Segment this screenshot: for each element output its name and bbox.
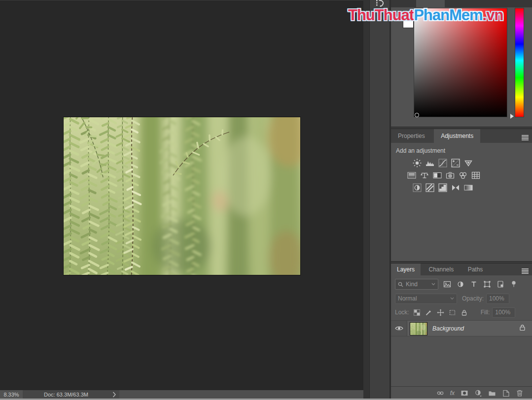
adjustments-panel: Properties Adjustments Add an adjustment [391,129,532,261]
filter-kind-label: Kind [406,281,431,288]
fill-value: 100% [495,309,510,316]
picker-cursor[interactable] [415,113,419,117]
doc-size-info[interactable]: Doc: 63.3M/63.3M [23,390,109,399]
layer-visibility-toggle[interactable] [391,321,407,336]
black-and-white-icon[interactable] [433,171,442,180]
layers-panel: Layers Channels Paths Kind [391,264,532,400]
foreground-color-swatch[interactable] [403,18,413,28]
layer-thumbnail[interactable] [410,323,427,335]
hue-slider[interactable] [515,8,524,117]
chevron-right-icon [112,392,116,398]
adjustment-icons-row-1 [413,159,532,167]
history-icon[interactable] [374,0,386,11]
add-layer-mask-icon[interactable] [461,389,468,397]
tab-paths[interactable]: Paths [462,264,489,275]
opacity-label: Opacity: [462,295,484,302]
collapsed-panel-dock[interactable] [369,0,390,400]
hue-slider-arrow[interactable] [510,114,514,119]
layer-name[interactable]: Background [432,325,519,332]
lock-artboard-icon[interactable] [449,309,456,316]
color-panel-header [391,0,532,7]
lock-image-pixels-icon[interactable] [425,309,432,316]
hue-saturation-icon[interactable] [407,171,416,180]
vibrance-icon[interactable] [464,159,473,167]
exposure-icon[interactable] [451,159,460,167]
layers-footer: fx [391,386,532,399]
pixel-layer-filter-icon[interactable] [443,280,451,288]
blend-mode-value: Normal [398,295,450,302]
shape-layer-filter-icon[interactable] [483,280,491,288]
right-panel-dock: Properties Adjustments Add an adjustment [390,0,532,400]
adjustment-icons-row-2 [407,171,532,180]
filter-toggle-icon[interactable] [510,280,518,288]
fill-label: Fill: [481,309,490,316]
new-layer-icon[interactable] [502,389,510,397]
link-layers-icon[interactable] [436,389,444,397]
saturation-brightness-picker[interactable] [414,8,507,117]
fill-field[interactable]: 100% [492,307,515,318]
zoom-level-field[interactable]: 8.33% [0,390,23,399]
brightness-contrast-icon[interactable] [413,159,422,167]
lock-label: Lock: [395,309,409,316]
new-group-icon[interactable] [488,389,496,397]
color-balance-icon[interactable] [420,171,429,180]
lock-icons [413,309,468,316]
document-image[interactable] [64,117,300,275]
layers-tabbar: Layers Channels Paths [391,264,532,275]
adjustments-tabbar: Properties Adjustments [391,129,532,143]
layer-row-background[interactable]: Background [391,320,532,336]
add-adjustment-heading: Add an adjustment [396,147,532,154]
photoshop-window: 8.33% Doc: 63.3M/63.3M [0,0,532,400]
adjustment-layer-filter-icon[interactable] [457,280,464,288]
panel-dock-strip [363,0,390,400]
chevron-down-icon [450,297,454,300]
panel-menu-icon[interactable] [522,267,529,276]
search-icon [398,282,403,287]
curves-icon[interactable] [438,159,447,167]
opacity-field[interactable]: 100% [486,294,509,304]
status-bar-spacer [119,390,363,399]
invert-icon[interactable] [413,183,422,192]
opacity-value: 100% [489,295,504,302]
adjustment-icons-row-3 [413,183,532,192]
photo-filter-icon[interactable] [446,171,455,180]
gradient-map-icon[interactable] [464,183,473,192]
layer-filter-row: Kind [395,278,529,290]
lock-position-icon[interactable] [437,309,444,316]
tab-adjustments[interactable]: Adjustments [434,129,480,143]
levels-icon[interactable] [426,159,434,167]
color-panel-tab[interactable] [416,0,445,7]
tab-layers[interactable]: Layers [391,264,421,275]
blend-mode-row: Normal Opacity: 100% [395,293,529,304]
status-bar: 8.33% Doc: 63.3M/63.3M [0,390,363,399]
posterize-icon[interactable] [426,183,434,192]
layer-locked-icon[interactable] [519,324,526,333]
channel-mixer-icon[interactable] [459,171,467,180]
status-options-chevron[interactable] [109,390,119,399]
fern-photo [64,117,300,275]
selective-color-icon[interactable] [451,183,460,192]
blend-mode-dropdown[interactable]: Normal [395,294,457,304]
layer-filter-icons [443,280,518,288]
canvas-area[interactable] [0,0,363,390]
panel-menu-icon[interactable] [522,133,529,142]
tab-channels[interactable]: Channels [423,264,460,275]
delete-layer-icon[interactable] [516,389,524,397]
filter-kind-dropdown[interactable]: Kind [395,279,438,290]
chevron-down-icon [431,283,435,286]
color-lookup-icon[interactable] [471,171,480,180]
new-adjustment-layer-icon[interactable] [474,389,482,397]
layer-styles-icon[interactable]: fx [450,390,455,397]
tab-properties[interactable]: Properties [391,129,432,143]
lock-transparent-pixels-icon[interactable] [413,309,421,316]
smart-object-filter-icon[interactable] [497,280,504,288]
threshold-icon[interactable] [438,183,447,192]
lock-row: Lock: Fill: 100% [395,307,529,318]
eye-icon [395,326,403,331]
color-panel [391,0,532,127]
type-layer-filter-icon[interactable] [470,280,478,288]
lock-all-icon[interactable] [461,309,468,316]
